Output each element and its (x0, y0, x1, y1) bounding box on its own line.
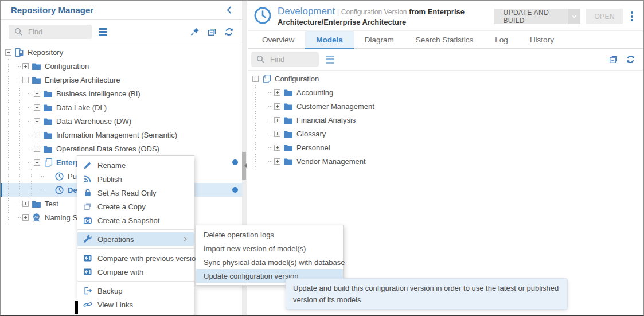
collapse-toggle-icon[interactable] (22, 77, 29, 83)
tree-item-label: Personnel (296, 143, 330, 152)
tree-item[interactable]: Configuration (248, 72, 643, 85)
right-find-input[interactable] (269, 54, 324, 64)
menu-item-rename[interactable]: Rename (77, 158, 194, 172)
context-menu: RenamePublishSet As Read OnlyCreate a Co… (77, 155, 194, 316)
update-and-build-dropdown[interactable] (568, 9, 581, 24)
tree-item[interactable]: Repository (1, 45, 242, 59)
tree-item[interactable]: Data Warehouse (DW) (1, 114, 242, 128)
tree-item[interactable]: Personnel (248, 141, 643, 154)
tree-guide (17, 128, 28, 142)
expand-toggle-icon[interactable] (274, 131, 280, 137)
open-button[interactable]: OPEN (586, 9, 623, 24)
menu-item-publish[interactable]: Publish (77, 172, 194, 186)
tree-guide (5, 114, 17, 128)
menu-item-operations[interactable]: Operations (77, 232, 194, 246)
expand-toggle-icon[interactable] (274, 117, 280, 123)
tree-connector (28, 93, 32, 94)
submenu-item-sync-physical-data-model-s-with-database[interactable]: Sync physical data model(s) with databas… (196, 255, 343, 269)
left-panel-header: Repository Manager (1, 1, 242, 20)
tree-item[interactable]: Vendor Management (248, 154, 643, 168)
tree-item[interactable]: Financial Analysis (248, 113, 643, 127)
more-options-icon[interactable] (629, 10, 635, 22)
menu-item-backup[interactable]: Backup (77, 284, 194, 298)
tab-models[interactable]: Models (305, 31, 354, 48)
menu-item-set-as-read-only[interactable]: Set As Read Only (77, 186, 194, 200)
submenu-item-delete-operation-logs[interactable]: Delete operation logs (196, 228, 343, 241)
tree-item[interactable]: Customer Management (248, 99, 643, 113)
expand-toggle-icon[interactable] (34, 146, 40, 152)
expand-toggle-icon[interactable] (274, 158, 280, 165)
collapse-toggle-icon[interactable] (252, 76, 259, 82)
tree-item[interactable]: Business Intelligence (BI) (1, 87, 242, 100)
expand-toggle-icon[interactable] (34, 118, 40, 124)
menu-item-create-a-snapshot[interactable]: Create a Snapshot (77, 213, 194, 227)
refresh-icon[interactable] (625, 54, 635, 65)
menu-icon[interactable] (326, 56, 334, 64)
camera-icon (83, 216, 92, 225)
folder-icon (43, 103, 53, 112)
tab-history[interactable]: History (519, 31, 565, 48)
menu-item-label: Rename (97, 161, 126, 170)
right-toolbar (248, 49, 643, 71)
menu-item-label: Set As Read Only (97, 189, 157, 197)
collapse-toggle-icon[interactable] (5, 49, 11, 56)
tree-item[interactable]: Operational Data Stores (ODS) (1, 142, 242, 155)
right-find-box[interactable] (251, 52, 319, 67)
expand-toggle-icon[interactable] (22, 63, 29, 69)
tree-guide (5, 210, 17, 224)
expand-toggle-icon[interactable] (274, 103, 280, 110)
collapse-panel-icon[interactable] (224, 5, 234, 15)
tree-item[interactable]: Configuration (1, 59, 242, 73)
tab-search-statistics[interactable]: Search Statistics (405, 31, 485, 48)
tree-guide (5, 155, 17, 169)
menu-icon[interactable] (99, 28, 107, 36)
submenu-item-import-new-version-of-model-s-[interactable]: Import new version of model(s) (196, 241, 343, 255)
menu-item-view-links[interactable]: View Links (77, 298, 194, 311)
menu-item-label: View Links (97, 301, 133, 309)
clock-icon (54, 185, 64, 195)
menu-item-label: Compare with (97, 268, 143, 276)
collapse-toggle-icon[interactable] (34, 159, 40, 166)
tab-log[interactable]: Log (484, 31, 519, 48)
tree-connector (268, 147, 272, 148)
tab-diagram[interactable]: Diagram (354, 31, 405, 48)
expand-toggle-icon[interactable] (22, 201, 29, 207)
tree-guide (5, 128, 17, 142)
menu-separator (77, 281, 194, 282)
menu-item-label: Create a Copy (97, 202, 146, 211)
tree-guide (5, 73, 17, 87)
expand-toggle-icon[interactable] (34, 104, 40, 111)
refresh-icon[interactable] (224, 27, 234, 37)
tree-item[interactable]: Accounting (248, 85, 643, 99)
tree-item[interactable]: Information Management (Semantic) (1, 128, 242, 142)
tree-item[interactable]: Enterprise Architecture (1, 73, 242, 87)
expand-toggle-icon[interactable] (34, 132, 40, 138)
menu-item-create-a-copy[interactable]: Create a Copy (77, 200, 194, 213)
tab-bar: OverviewModelsDiagramSearch StatisticsLo… (248, 30, 643, 49)
links-icon (83, 300, 92, 309)
menu-item-compare-with-previous-version[interactable]: Compare with previous version (77, 251, 194, 265)
collapse-all-icon[interactable] (206, 27, 217, 37)
tree-item[interactable]: Data Lake (DL) (1, 100, 242, 114)
update-and-build-button[interactable]: UPDATE AND BUILD (494, 9, 567, 24)
tab-overview[interactable]: Overview (251, 31, 305, 48)
collapse-all-icon[interactable] (608, 54, 618, 65)
tree-connector (268, 120, 272, 120)
expand-toggle-icon[interactable] (22, 214, 29, 221)
repository-manager-window: Repository Manager Repo (0, 0, 644, 316)
submenu-item-label: Update configuration version (204, 272, 299, 280)
left-find-input[interactable] (27, 27, 82, 37)
expand-toggle-icon[interactable] (274, 89, 280, 96)
pin-icon[interactable] (189, 27, 200, 37)
left-find-box[interactable] (9, 25, 92, 39)
tree-guide (252, 127, 268, 141)
expand-toggle-icon[interactable] (274, 145, 280, 151)
folder-icon (32, 75, 41, 85)
tree-connector (17, 66, 21, 67)
splitter-collapse-handle[interactable] (242, 152, 246, 180)
tree-item[interactable]: Glossary (248, 127, 643, 141)
menu-item-compare-with[interactable]: Compare with (77, 265, 194, 279)
expand-toggle-icon[interactable] (34, 91, 40, 97)
award-icon: AB (32, 213, 41, 223)
models-tree: ConfigurationAccountingCustomer Manageme… (248, 71, 643, 168)
